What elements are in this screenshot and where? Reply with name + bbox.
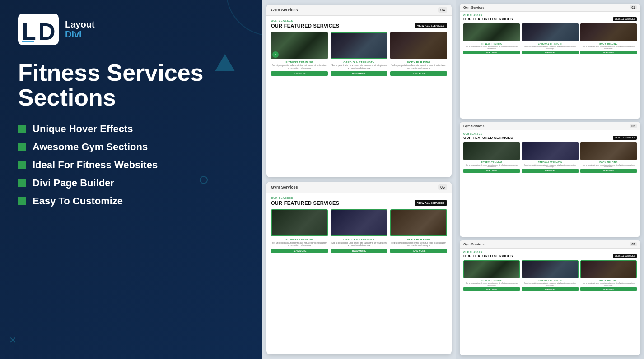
bullet-icon	[18, 179, 26, 187]
feature-text: Unique Hover Effects	[33, 123, 133, 135]
service-overlay-icon	[272, 51, 279, 58]
side-card-body-01: OUR CLASSES OUR FEATURED SERVICES VIEW A…	[460, 12, 640, 56]
side-service-item: FITNESS TRAINING Sed ut perspiciatis und…	[463, 142, 520, 173]
side-card-main-title: OUR FEATURED SERVICES	[463, 17, 513, 21]
side-service-item: BODY BUILDING Sed ut perspiciatis unde o…	[580, 142, 637, 173]
service-item-cardio2: CARDIO & STRENGTH Sed ut perspiciatis un…	[331, 209, 387, 253]
side-card-header-num: 01	[630, 5, 637, 9]
side-card-header-01: Gym Services 01	[460, 4, 640, 12]
side-view-all-button[interactable]: VIEW ALL SERVICES	[613, 136, 637, 140]
side-card-body-03: OUR CLASSES OUR FEATURED SERVICES VIEW A…	[460, 249, 640, 293]
side-service-name: BODY BUILDING	[580, 279, 637, 282]
side-card-header-03: Gym Services 03	[460, 240, 640, 249]
service-name: BODY BUILDING	[390, 238, 447, 241]
service-grid: FITNESS TRAINING Sed ut perspiciatis und…	[271, 32, 447, 76]
feature-text: Easy To Customize	[33, 195, 123, 207]
side-service-grid: FITNESS TRAINING Sed ut perspiciatis und…	[463, 260, 637, 291]
right-panel: Gym Services 04 OUR CLASSES OUR FEATURED…	[262, 0, 644, 359]
side-read-more-button[interactable]: READ MORE	[463, 51, 520, 54]
side-service-image	[522, 260, 578, 278]
side-card-header-title: Gym Services	[463, 124, 484, 128]
side-read-more-button[interactable]: READ MORE	[580, 169, 637, 173]
side-view-all-button[interactable]: VIEW ALL SERVICES	[613, 17, 637, 21]
card-header-04: Gym Services 04	[266, 5, 452, 16]
side-service-name: CARDIO & STRENGTH	[522, 42, 578, 45]
left-panel: ✕ L D Layout Divi Fitness ServicesSectio…	[0, 0, 262, 359]
service-desc: Sed ut perspiciatis unde omnis iste natu…	[331, 64, 387, 70]
side-service-name: CARDIO & STRENGTH	[522, 279, 578, 282]
side-view-all-button[interactable]: VIEW ALL SERVICES	[613, 254, 637, 258]
svg-text:D: D	[38, 18, 56, 45]
logo-text: Layout Divi	[65, 19, 95, 39]
read-more-button[interactable]: READ MORE	[390, 71, 447, 76]
side-service-item: CARDIO & STRENGTH Sed ut perspiciatis un…	[522, 260, 578, 291]
service-image-fitness2	[271, 209, 328, 236]
side-card-header-num: 03	[630, 242, 637, 246]
side-service-grid: FITNESS TRAINING Sed ut perspiciatis und…	[463, 142, 637, 173]
side-card-main-title: OUR FEATURED SERVICES	[463, 254, 513, 258]
feature-item: Unique Hover Effects	[18, 123, 244, 135]
feature-text: Awesome Gym Sections	[33, 141, 148, 153]
side-read-more-button[interactable]: READ MORE	[522, 287, 578, 291]
read-more-button[interactable]: READ MORE	[331, 71, 387, 76]
side-service-name: BODY BUILDING	[580, 42, 637, 45]
read-more-button[interactable]: READ MORE	[390, 249, 447, 253]
side-service-desc: Sed ut perspiciatis unde omnis iste natu…	[463, 282, 520, 286]
side-service-image	[580, 260, 637, 278]
feature-item: Awesome Gym Sections	[18, 141, 244, 153]
read-more-button[interactable]: READ MORE	[331, 249, 387, 253]
card-header-num: 04	[438, 7, 447, 13]
feature-list: Unique Hover Effects Awesome Gym Section…	[18, 123, 244, 207]
side-card-header-title: Gym Services	[463, 6, 484, 9]
side-card-03: Gym Services 03 OUR CLASSES OUR FEATURED…	[460, 240, 640, 355]
service-desc: Sed ut perspiciatis unde omnis iste natu…	[390, 242, 447, 247]
service-image-fitness	[271, 32, 328, 59]
read-more-button[interactable]: READ MORE	[271, 71, 328, 76]
side-service-image	[463, 142, 520, 160]
side-card-title-row: OUR FEATURED SERVICES VIEW ALL SERVICES	[463, 136, 637, 140]
side-card-title-row: OUR FEATURED SERVICES VIEW ALL SERVICES	[463, 254, 637, 258]
side-read-more-button[interactable]: READ MORE	[463, 287, 520, 291]
side-service-desc: Sed ut perspiciatis unde omnis iste natu…	[522, 282, 578, 286]
deco-triangle-icon	[215, 54, 235, 71]
side-read-more-button[interactable]: READ MORE	[580, 51, 637, 54]
feature-text: Divi Page Builder	[33, 177, 114, 189]
card-title-row: OUR FEATURED SERVICES VIEW ALL SERVICES	[271, 200, 447, 206]
service-image-bodybuilding2	[390, 209, 447, 236]
side-service-image	[522, 142, 578, 160]
service-item-bodybuilding: BODY BUILDING Sed ut perspiciatis unde o…	[390, 32, 447, 76]
card-subtitle: OUR CLASSES	[271, 197, 447, 199]
side-card-body-02: OUR CLASSES OUR FEATURED SERVICES VIEW A…	[460, 130, 640, 175]
service-name: CARDIO & STRENGTH	[331, 61, 387, 64]
service-name: FITNESS TRAINING	[271, 238, 328, 241]
card-body-04: OUR CLASSES OUR FEATURED SERVICES VIEW A…	[266, 16, 452, 79]
side-service-desc: Sed ut perspiciatis unde omnis iste natu…	[463, 164, 520, 168]
side-service-item: CARDIO & STRENGTH Sed ut perspiciatis un…	[522, 142, 578, 173]
bullet-icon	[18, 125, 26, 133]
deco-circle-icon	[200, 176, 208, 184]
side-read-more-button[interactable]: READ MORE	[522, 51, 578, 54]
card-title-row: OUR FEATURED SERVICES VIEW ALL SERVICES	[271, 23, 447, 28]
side-service-desc: Sed ut perspiciatis unde omnis iste natu…	[522, 164, 578, 168]
service-desc: Sed ut perspiciatis unde omnis iste natu…	[271, 242, 328, 247]
side-service-item: CARDIO & STRENGTH Sed ut perspiciatis un…	[522, 23, 578, 54]
side-read-more-button[interactable]: READ MORE	[580, 287, 637, 291]
side-read-more-button[interactable]: READ MORE	[522, 169, 578, 173]
service-item-fitness: FITNESS TRAINING Sed ut perspiciatis und…	[271, 32, 328, 76]
feature-item: Easy To Customize	[18, 195, 244, 207]
view-all-button[interactable]: VIEW ALL SERVICES	[415, 200, 447, 206]
card-main-title: OUR FEATURED SERVICES	[271, 23, 339, 28]
side-card-main-title: OUR FEATURED SERVICES	[463, 136, 513, 140]
card-main-title: OUR FEATURED SERVICES	[271, 200, 339, 206]
card-subtitle: OUR CLASSES	[271, 19, 447, 22]
side-service-item: FITNESS TRAINING Sed ut perspiciatis und…	[463, 23, 520, 54]
side-read-more-button[interactable]: READ MORE	[463, 169, 520, 173]
feature-item: Divi Page Builder	[18, 177, 244, 189]
service-item-cardio: CARDIO & STRENGTH Sed ut perspiciatis un…	[331, 32, 387, 76]
read-more-button[interactable]: READ MORE	[271, 249, 328, 253]
view-all-button[interactable]: VIEW ALL SERVICES	[415, 23, 447, 28]
side-service-grid: FITNESS TRAINING Sed ut perspiciatis und…	[463, 23, 637, 54]
side-card-subtitle: OUR CLASSES	[463, 14, 637, 17]
side-service-desc: Sed ut perspiciatis unde omnis iste natu…	[522, 46, 578, 50]
service-name: BODY BUILDING	[390, 61, 447, 64]
